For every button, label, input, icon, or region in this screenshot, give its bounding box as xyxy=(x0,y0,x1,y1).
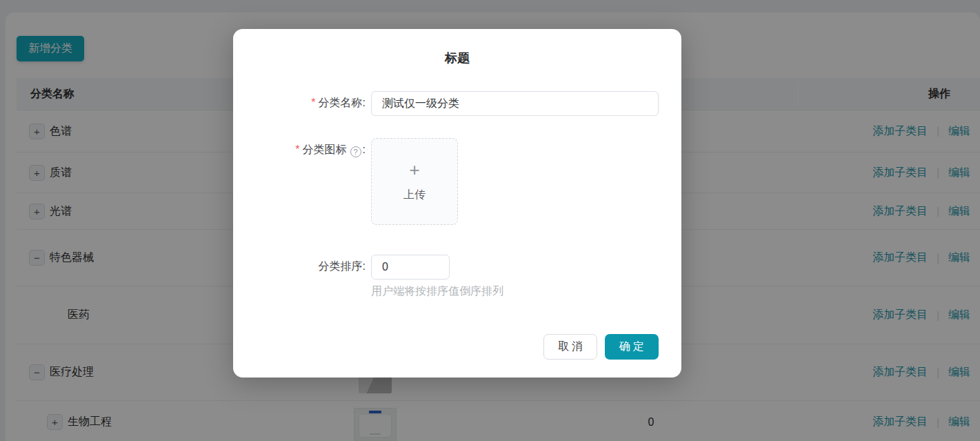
cancel-button[interactable]: 取消 xyxy=(543,334,597,360)
plus-icon: + xyxy=(409,161,419,179)
category-name-label: 分类名称 xyxy=(319,97,363,108)
sort-hint: 用户端将按排序值倒序排列 xyxy=(371,284,503,299)
category-dialog: 标题 *分类名称: *分类图标?: + 上传 分类排序: 用户端将按排序值倒序排… xyxy=(233,29,681,378)
upload-label: 上传 xyxy=(403,188,426,202)
required-asterisk: * xyxy=(311,97,315,108)
category-sort-input[interactable] xyxy=(371,255,450,280)
category-icon-row: *分类图标?: + 上传 xyxy=(233,138,458,225)
dialog-footer: 取消 确定 xyxy=(543,334,659,360)
category-sort-row: 分类排序: xyxy=(233,255,450,280)
dialog-title: 标题 xyxy=(233,50,681,66)
icon-upload-box[interactable]: + 上传 xyxy=(371,138,458,225)
confirm-button[interactable]: 确定 xyxy=(605,334,659,360)
category-icon-label: 分类图标 xyxy=(303,144,347,155)
required-asterisk: * xyxy=(295,144,299,155)
category-name-row: *分类名称: xyxy=(233,91,659,116)
category-sort-label: 分类排序 xyxy=(319,260,363,272)
category-name-input[interactable] xyxy=(371,91,659,116)
help-icon[interactable]: ? xyxy=(350,146,361,157)
